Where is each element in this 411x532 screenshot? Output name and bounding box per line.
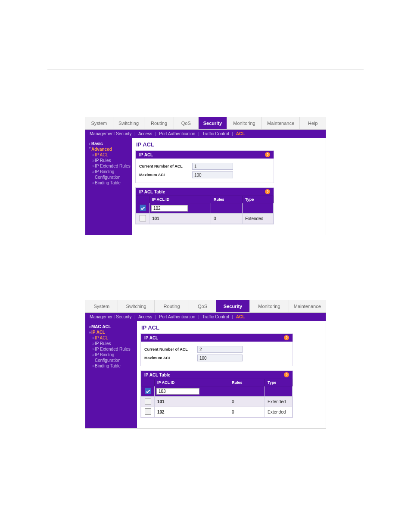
help-icon[interactable]: ? bbox=[265, 189, 270, 194]
subnav-access[interactable]: Access bbox=[138, 131, 152, 136]
sidebar-item-binding-table[interactable]: »Binding Table bbox=[92, 180, 128, 185]
current-acl-field[interactable] bbox=[197, 346, 243, 353]
sidebar-item-ip-rules[interactable]: »IP Rules bbox=[92, 158, 128, 163]
panel-ip-acl-table: IP ACL Table ? IP ACL ID Rules Type bbox=[135, 187, 274, 224]
subnav-sep: | bbox=[134, 314, 136, 319]
nav-maintenance[interactable]: Maintenance bbox=[289, 300, 326, 312]
panel-title: IP ACL Table bbox=[139, 190, 165, 194]
subnav-mgmt-security[interactable]: Management Security bbox=[90, 131, 131, 136]
cell-acl-id: 102 bbox=[157, 410, 165, 414]
sidebar-item-ip-binding[interactable]: »IP Binding bbox=[92, 169, 128, 174]
sub-nav: Management Security | Access | Port Auth… bbox=[85, 130, 326, 138]
label-max-acl: Maximum ACL bbox=[144, 356, 197, 360]
nav-monitoring[interactable]: Monitoring bbox=[227, 117, 262, 129]
ip-acl-table: IP ACL ID Rules Type 101 bbox=[141, 379, 293, 417]
screenshot-1: System Switching Routing QoS Security Mo… bbox=[85, 117, 326, 235]
max-acl-field[interactable] bbox=[192, 171, 233, 178]
nav-system[interactable]: System bbox=[85, 117, 113, 129]
table-row: 101 0 Extended bbox=[141, 397, 293, 407]
subnav-traffic-control[interactable]: Traffic Control bbox=[202, 131, 229, 136]
sidebar-item-ip-ext-rules[interactable]: »IP Extended Rules bbox=[92, 164, 128, 168]
panel-ip-acl-table: IP ACL Table ? IP ACL ID Rules Type bbox=[140, 370, 293, 418]
sidebar-item-configuration[interactable]: Configuration bbox=[92, 358, 134, 363]
subnav-sep: | bbox=[134, 131, 136, 136]
sidebar-item-ip-acl-group[interactable]: »IP ACL bbox=[89, 330, 134, 335]
nav-qos[interactable]: QoS bbox=[189, 300, 216, 312]
cell-type: Extended bbox=[265, 407, 293, 417]
primary-nav: System Switching Routing QoS Security Mo… bbox=[85, 300, 326, 313]
nav-help[interactable]: Help bbox=[300, 117, 326, 129]
main-area: IP ACL IP ACL ? Current Number of ACL Ma… bbox=[132, 138, 326, 235]
subnav-sep: | bbox=[155, 131, 156, 136]
sidebar-item-ip-rules[interactable]: »IP Rules bbox=[92, 341, 134, 346]
sub-nav: Management Security | Access | Port Auth… bbox=[85, 313, 326, 321]
nav-switching[interactable]: Switching bbox=[118, 300, 154, 312]
col-rules: Rules bbox=[211, 196, 243, 203]
cell-type: Extended bbox=[265, 397, 293, 407]
new-acl-id-input[interactable] bbox=[151, 205, 188, 212]
footer-divider bbox=[47, 446, 364, 446]
sidebar-item-ip-acl[interactable]: »IP ACL bbox=[92, 152, 128, 157]
subnav-sep: | bbox=[198, 314, 199, 319]
row-checkbox[interactable] bbox=[140, 205, 146, 211]
col-rules: Rules bbox=[229, 379, 265, 386]
nav-routing[interactable]: Routing bbox=[155, 300, 189, 312]
panel-title: IP ACL Table bbox=[144, 373, 170, 377]
row-checkbox[interactable] bbox=[140, 215, 146, 221]
sidebar-item-configuration[interactable]: Configuration bbox=[92, 175, 128, 180]
new-acl-id-input[interactable] bbox=[156, 388, 199, 395]
nav-security[interactable]: Security bbox=[216, 300, 250, 312]
help-icon[interactable]: ? bbox=[265, 152, 270, 157]
row-checkbox[interactable] bbox=[145, 398, 151, 404]
sidebar-item-ip-ext-rules[interactable]: »IP Extended Rules bbox=[92, 347, 134, 352]
subnav-sep: | bbox=[232, 131, 233, 136]
main-area: IP ACL IP ACL ? Current Number of ACL Ma… bbox=[137, 321, 326, 428]
col-type: Type bbox=[243, 196, 274, 203]
subnav-sep: | bbox=[232, 314, 233, 319]
max-acl-field[interactable] bbox=[197, 355, 243, 361]
sidebar: »MAC ACL »IP ACL »IP ACL »IP Rules »IP E… bbox=[85, 321, 137, 428]
sidebar-item-ip-binding[interactable]: »IP Binding bbox=[92, 352, 134, 357]
nav-maintenance[interactable]: Maintenance bbox=[262, 117, 300, 129]
row-checkbox[interactable] bbox=[145, 408, 151, 415]
panel-ip-acl: IP ACL ? Current Number of ACL Maximum A… bbox=[135, 150, 274, 183]
label-current-acl: Current Number of ACL bbox=[144, 347, 197, 352]
page-title: IP ACL bbox=[141, 324, 322, 331]
nav-system[interactable]: System bbox=[85, 300, 118, 312]
subnav-port-auth[interactable]: Port Authentication bbox=[159, 314, 195, 319]
subnav-mgmt-security[interactable]: Management Security bbox=[90, 314, 131, 319]
panel-ip-acl: IP ACL ? Current Number of ACL Maximum A… bbox=[140, 333, 293, 366]
nav-qos[interactable]: QoS bbox=[174, 117, 199, 129]
cell-acl-id: 101 bbox=[152, 216, 159, 221]
subnav-port-auth[interactable]: Port Authentication bbox=[159, 131, 195, 136]
cell-rules bbox=[211, 203, 243, 214]
current-acl-field[interactable] bbox=[192, 163, 233, 170]
subnav-acl[interactable]: ACL bbox=[236, 314, 245, 319]
sidebar-item-binding-table[interactable]: »Binding Table bbox=[92, 364, 134, 368]
panel-title: IP ACL bbox=[144, 336, 158, 340]
nav-security[interactable]: Security bbox=[199, 117, 227, 129]
table-row: 102 0 Extended bbox=[141, 407, 293, 417]
sidebar-item-basic[interactable]: ›Basic bbox=[89, 141, 128, 146]
nav-monitoring[interactable]: Monitoring bbox=[250, 300, 289, 312]
subnav-access[interactable]: Access bbox=[138, 314, 152, 319]
header-divider bbox=[47, 69, 364, 69]
sidebar-item-advanced[interactable]: ˅Advanced bbox=[89, 147, 128, 152]
sidebar-item-ip-acl[interactable]: »IP ACL bbox=[92, 336, 134, 340]
help-icon[interactable]: ? bbox=[284, 335, 289, 340]
nav-routing[interactable]: Routing bbox=[144, 117, 174, 129]
col-type: Type bbox=[265, 379, 293, 386]
cell-rules bbox=[229, 386, 265, 397]
row-checkbox[interactable] bbox=[145, 388, 151, 394]
sidebar-item-mac-acl[interactable]: »MAC ACL bbox=[89, 324, 134, 329]
cell-type bbox=[243, 203, 274, 214]
col-acl-id: IP ACL ID bbox=[149, 196, 211, 203]
primary-nav: System Switching Routing QoS Security Mo… bbox=[85, 117, 326, 130]
panel-title: IP ACL bbox=[139, 152, 153, 157]
help-icon[interactable]: ? bbox=[284, 372, 289, 377]
subnav-traffic-control[interactable]: Traffic Control bbox=[202, 314, 229, 319]
subnav-acl[interactable]: ACL bbox=[236, 131, 245, 136]
nav-switching[interactable]: Switching bbox=[113, 117, 145, 129]
table-row: 101 0 Extended bbox=[136, 214, 274, 224]
label-current-acl: Current Number of ACL bbox=[139, 164, 192, 168]
